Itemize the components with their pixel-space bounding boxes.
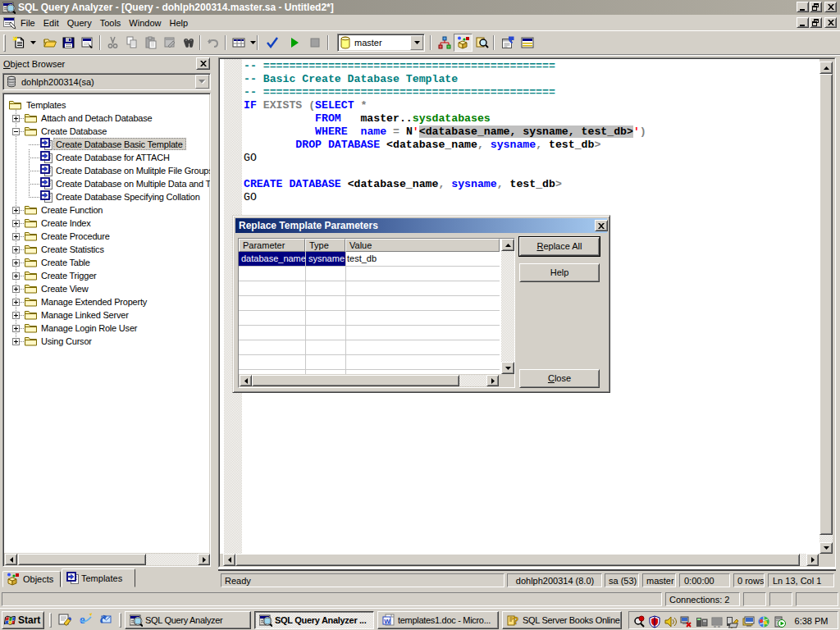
svg-text:W: W xyxy=(384,618,390,625)
svg-text:?: ? xyxy=(513,615,518,627)
svg-text:e: e xyxy=(80,613,85,626)
